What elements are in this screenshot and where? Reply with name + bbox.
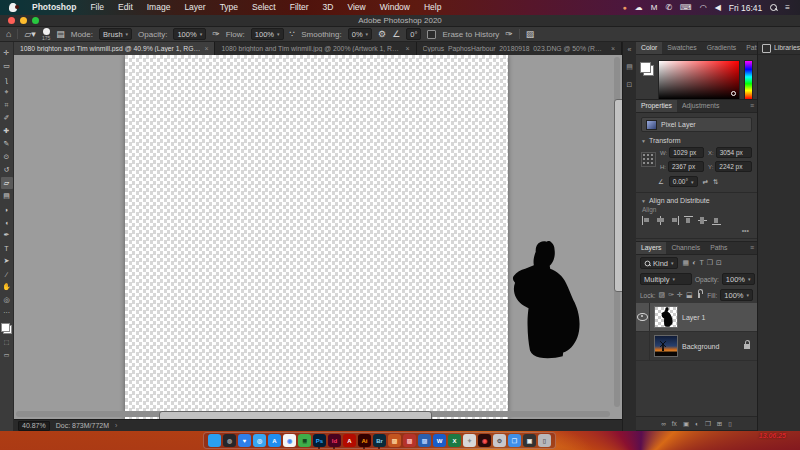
panel-color-swatches[interactable] (640, 62, 654, 76)
flip-horizontal-icon[interactable]: ⇄ (703, 178, 708, 186)
fill-select[interactable]: 100% (720, 289, 753, 301)
cloud-icon[interactable]: ☁ (635, 0, 643, 15)
align-top-icon[interactable] (684, 216, 693, 225)
transform-section-header[interactable]: ▼ Transform (636, 135, 757, 146)
layer-1-thumbnail[interactable] (654, 306, 678, 328)
adjustment-layer-icon[interactable]: ◐ (695, 419, 699, 429)
dock-trash[interactable]: ▯ (538, 434, 551, 447)
menubar-clock[interactable]: Fri 16:41 (729, 3, 763, 13)
tool-crop[interactable]: ⌗ (1, 99, 13, 111)
layer-filter-select[interactable]: Kind (640, 257, 678, 269)
menu-select[interactable]: Select (245, 0, 283, 15)
menu-layer[interactable]: Layer (177, 0, 212, 15)
dock-indesign[interactable]: Id (328, 434, 341, 447)
smoothing-gear-icon[interactable]: ⚙ (378, 27, 386, 42)
tab-close-icon[interactable] (611, 45, 615, 52)
dock-blue-textured-app[interactable]: ▨ (418, 434, 431, 447)
gmail-icon[interactable]: M (651, 0, 658, 15)
apple-icon[interactable] (9, 3, 17, 12)
tool-eyedropper[interactable]: ✐ (1, 112, 13, 124)
visibility-cell[interactable] (636, 303, 650, 331)
blend-mode-select[interactable]: Multiply (640, 273, 692, 285)
menu-3d[interactable]: 3D (316, 0, 341, 15)
screen-mode-icon[interactable]: ▭ (1, 348, 13, 360)
status-options-chevron[interactable]: › (115, 422, 117, 429)
tool-dodge[interactable]: ◖ (1, 216, 13, 228)
menu-photoshop[interactable]: Photoshop (25, 0, 83, 15)
dock-illustrator[interactable]: Ai (358, 434, 371, 447)
mode-select[interactable]: Brush (99, 28, 132, 40)
tool-hand[interactable]: ✋ (1, 281, 13, 293)
tool-move[interactable]: ✛ (1, 47, 13, 59)
tool-history-brush[interactable]: ↺ (1, 164, 13, 176)
history-panel-icon[interactable]: ▤ (626, 63, 633, 71)
height-field[interactable]: 2367 px (668, 161, 704, 172)
panel-tab-layers[interactable]: Layers (636, 242, 666, 254)
dock-word[interactable]: W (433, 434, 446, 447)
control-center-icon[interactable]: ≡ (785, 0, 790, 15)
doc-tab-psd[interactable]: 1080 brighton and Tim winmill.psd @ 40.9… (14, 42, 215, 55)
airbrush-icon[interactable]: ∵ (290, 27, 296, 42)
volume-icon[interactable]: ◀ (715, 0, 721, 15)
libraries-header[interactable]: Libraries (758, 42, 800, 55)
menu-view[interactable]: View (340, 0, 372, 15)
quick-mask-icon[interactable]: ⬚ (1, 335, 13, 347)
tool-zoom[interactable]: ◎ (1, 294, 13, 306)
dock-finder[interactable] (208, 434, 221, 447)
background-lock-icon[interactable] (744, 344, 750, 349)
keyboard-icon[interactable]: ⌨ (680, 0, 692, 15)
filter-shape-icon[interactable]: ❒ (707, 258, 713, 268)
filter-type-icon[interactable]: T (699, 258, 703, 268)
tool-blur[interactable]: ◗ (1, 203, 13, 215)
hue-slider[interactable] (744, 60, 753, 100)
foreground-background-swatches[interactable] (1, 323, 12, 334)
flow-select[interactable]: 100% (251, 28, 284, 40)
brush-settings-panel-icon[interactable]: ▤ (56, 27, 65, 42)
y-position-field[interactable]: 2242 px (715, 161, 752, 172)
align-bottom-icon[interactable] (712, 216, 721, 225)
align-right-icon[interactable] (670, 216, 679, 225)
tool-eraser[interactable]: ▱ (1, 177, 13, 189)
erase-to-history-checkbox[interactable] (427, 30, 436, 39)
wifi-icon[interactable]: ◠ (700, 0, 707, 15)
lock-all-icon[interactable] (698, 293, 701, 298)
vertical-scrollbar-thumb[interactable] (614, 99, 622, 292)
dock-excel[interactable]: X (448, 434, 461, 447)
width-field[interactable]: 1029 px (669, 147, 704, 158)
tool-path-selection[interactable]: ➤ (1, 255, 13, 267)
opacity-pressure-icon[interactable]: ✑ (212, 27, 220, 42)
tool-gradient[interactable]: ▤ (1, 190, 13, 202)
layer-group-icon[interactable]: ❒ (705, 419, 711, 429)
layer-mask-icon[interactable]: ▣ (683, 419, 689, 429)
status-dot-icon[interactable]: ● (622, 0, 626, 15)
tab-close-icon[interactable] (406, 45, 410, 52)
panel-tab-color[interactable]: Color (636, 42, 662, 54)
layer-name[interactable]: Layer 1 (682, 314, 705, 321)
align-more-options[interactable]: ••• (636, 226, 757, 236)
lock-artboard-icon[interactable]: ⬓ (686, 290, 693, 300)
panel-tab-properties[interactable]: Properties (636, 100, 677, 112)
dock-dark-circle-app[interactable]: ◍ (223, 434, 236, 447)
layer-row-layer-1[interactable]: Layer 1 (636, 303, 757, 332)
delete-layer-icon[interactable]: ▯ (728, 419, 732, 429)
opacity-select[interactable]: 100% (173, 28, 206, 40)
reference-point-selector[interactable] (641, 152, 656, 167)
dock-camera-app[interactable]: ◉ (478, 434, 491, 447)
phone-icon[interactable]: ✆ (665, 0, 672, 15)
align-center-h-icon[interactable] (656, 216, 665, 225)
zoom-level-field[interactable]: 40.87% (18, 421, 50, 431)
dock-heart-app[interactable]: ♥ (238, 434, 251, 447)
filter-pixel-icon[interactable]: ▦ (683, 258, 690, 268)
align-left-icon[interactable] (642, 216, 651, 225)
saturation-marker[interactable] (731, 91, 736, 96)
layers-opacity-select[interactable]: 100% (722, 273, 755, 285)
link-layers-icon[interactable]: ∞ (661, 419, 666, 429)
dock-screenshot-file[interactable]: ▣ (523, 434, 536, 447)
layer-name[interactable]: Background (682, 343, 719, 350)
eye-icon[interactable] (637, 313, 648, 321)
menu-window[interactable]: Window (373, 0, 417, 15)
dock-red-textured-app[interactable]: ▨ (403, 434, 416, 447)
horizontal-scrollbar[interactable] (16, 411, 610, 417)
info-panel-icon[interactable]: ⊡ (627, 81, 633, 89)
dock-green-lines-app[interactable]: ≣ (298, 434, 311, 447)
